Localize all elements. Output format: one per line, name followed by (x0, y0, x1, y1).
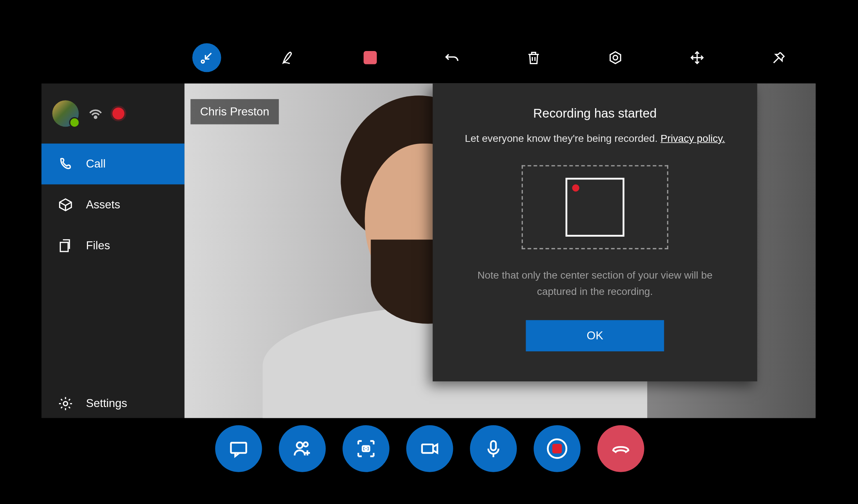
add-people-icon (292, 439, 312, 459)
pin-button[interactable] (765, 43, 794, 72)
sidebar-item-assets[interactable]: Assets (42, 185, 185, 225)
wifi-icon (87, 104, 104, 123)
collapse-arrow-icon (199, 50, 214, 65)
sidebar-item-label: Call (86, 157, 105, 171)
svg-rect-11 (422, 444, 433, 453)
camera-capture-icon (356, 439, 376, 459)
microphone-icon (483, 439, 503, 459)
undo-button[interactable] (437, 43, 466, 72)
files-icon (57, 237, 74, 254)
participant-name-tag: Chris Preston (190, 99, 279, 124)
capture-center-box (565, 178, 624, 237)
collapse-button[interactable] (192, 43, 221, 72)
svg-point-2 (613, 55, 618, 60)
dialog-note: Note that only the center section of you… (459, 267, 731, 300)
sidebar-item-label: Files (86, 239, 110, 253)
ok-button[interactable]: OK (526, 320, 664, 351)
sidebar-item-label: Assets (86, 198, 120, 212)
trash-icon (526, 50, 542, 65)
svg-point-8 (303, 442, 308, 446)
avatar[interactable] (52, 100, 79, 127)
svg-point-5 (63, 402, 68, 406)
delete-button[interactable] (519, 43, 548, 72)
pin-icon (771, 50, 787, 65)
sidebar-item-settings[interactable]: Settings (42, 383, 185, 418)
capture-area-diagram (522, 165, 668, 249)
video-icon (419, 439, 439, 459)
chat-button[interactable] (215, 425, 261, 472)
dialog-subtitle: Let everyone know they're being recorded… (465, 133, 725, 145)
ink-button[interactable] (274, 43, 303, 72)
svg-rect-6 (231, 443, 246, 453)
record-stop-icon (547, 439, 567, 459)
svg-rect-12 (491, 441, 496, 450)
sidebar-header (42, 84, 185, 144)
sidebar-item-call[interactable]: Call (42, 144, 185, 185)
dialog-title: Recording has started (533, 106, 657, 121)
chat-icon (228, 439, 248, 459)
svg-point-3 (94, 116, 97, 118)
svg-marker-1 (610, 52, 621, 63)
video-toggle-button[interactable] (406, 425, 453, 472)
sidebar-item-label: Settings (86, 397, 127, 410)
end-call-button[interactable] (597, 425, 644, 472)
stop-recording-button[interactable] (356, 43, 385, 72)
hexagon-location-icon (607, 50, 623, 65)
hangup-icon (610, 439, 631, 459)
anchor-button[interactable] (601, 43, 630, 72)
svg-rect-4 (60, 242, 68, 251)
recording-indicator (112, 107, 124, 119)
recording-started-dialog: Recording has started Let everyone know … (433, 84, 757, 381)
ink-pen-icon (281, 50, 296, 65)
mic-toggle-button[interactable] (470, 425, 516, 472)
top-toolbar (192, 43, 793, 72)
box-icon (57, 196, 74, 213)
capture-button[interactable] (342, 425, 389, 472)
sidebar-item-files[interactable]: Files (42, 225, 185, 266)
sidebar: Call Assets Files (42, 84, 185, 418)
svg-point-7 (296, 442, 302, 448)
gear-icon (57, 395, 74, 412)
undo-icon (444, 50, 460, 65)
privacy-policy-link[interactable]: Privacy policy. (660, 133, 725, 144)
move-button[interactable] (683, 43, 712, 72)
svg-point-10 (365, 447, 367, 450)
move-arrows-icon (689, 50, 705, 65)
add-people-button[interactable] (278, 425, 325, 472)
call-action-bar (0, 425, 858, 472)
record-button[interactable] (533, 425, 580, 472)
svg-point-0 (201, 60, 204, 63)
phone-icon (57, 156, 74, 172)
stop-recording-icon (363, 51, 377, 64)
